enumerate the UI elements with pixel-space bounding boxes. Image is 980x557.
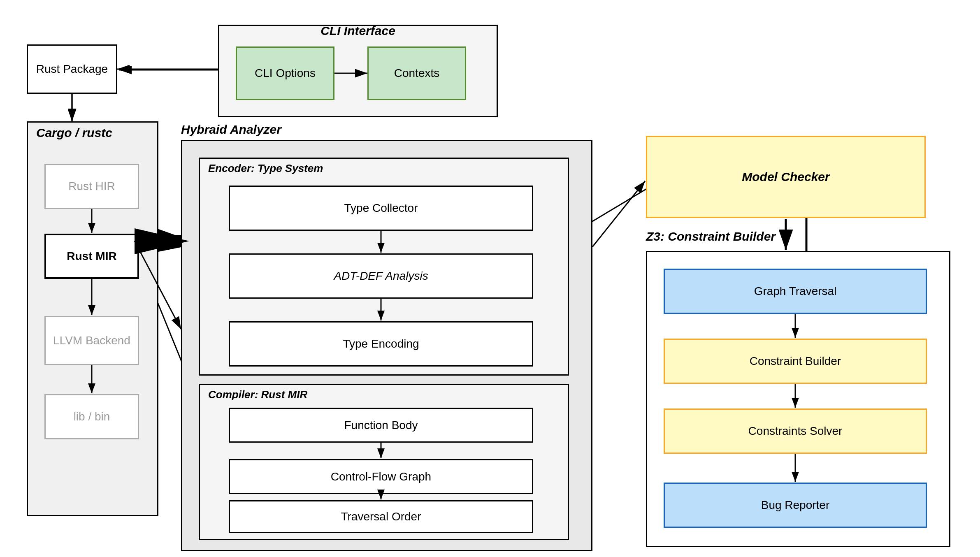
encoder-type-system-label: Encoder: Type System [208,162,323,175]
z3-container: Graph Traversal Constraint Builder Const… [646,251,950,547]
rust-mir-cargo-box: Rust MIR [44,234,139,279]
llvm-backend-box: LLVM Backend [44,316,139,365]
control-flow-graph-box: Control-Flow Graph [229,459,533,494]
bug-reporter-box: Bug Reporter [664,483,927,528]
cli-options-box: CLI Options [236,46,334,100]
constraints-solver-box: Constraints Solver [664,408,927,454]
lib-bin-box: lib / bin [44,394,139,439]
constraint-builder-box: Constraint Builder [664,339,927,384]
adt-def-box: ADT-DEF Analysis [229,253,533,299]
cli-interface-container: CLI Interface CLI Options Contexts [218,25,498,117]
rust-package-box: Rust Package [27,44,117,94]
type-collector-box: Type Collector [229,186,533,231]
z3-constraint-builder-label: Z3: Constraint Builder [646,230,776,244]
hybrid-analyzer-container: Encoder: Type System Type Collector ADT-… [181,140,592,551]
svg-line-39 [592,181,645,247]
compiler-rust-mir-container: Compiler: Rust MIR Function Body Control… [199,384,569,540]
traversal-order-box: Traversal Order [229,500,533,533]
rust-hir-box: Rust HIR [44,164,139,209]
cargo-rustc-label: Cargo / rustc [36,126,112,140]
diagram-container: CLI Interface CLI Options Contexts Rust … [0,0,980,557]
cargo-rustc-container: Cargo / rustc Rust HIR Rust MIR LLVM Bac… [27,121,158,516]
cli-interface-label: CLI Interface [320,24,395,38]
model-checker-box: Model Checker [646,136,926,218]
graph-traversal-box: Graph Traversal [664,269,927,314]
compiler-rust-mir-label: Compiler: Rust MIR [208,388,307,401]
type-encoding-box: Type Encoding [229,321,533,367]
encoder-type-system-container: Encoder: Type System Type Collector ADT-… [199,158,569,376]
contexts-box: Contexts [367,46,466,100]
hybrid-analyzer-label: Hybraid Analyzer [181,123,281,137]
function-body-box: Function Body [229,408,533,443]
